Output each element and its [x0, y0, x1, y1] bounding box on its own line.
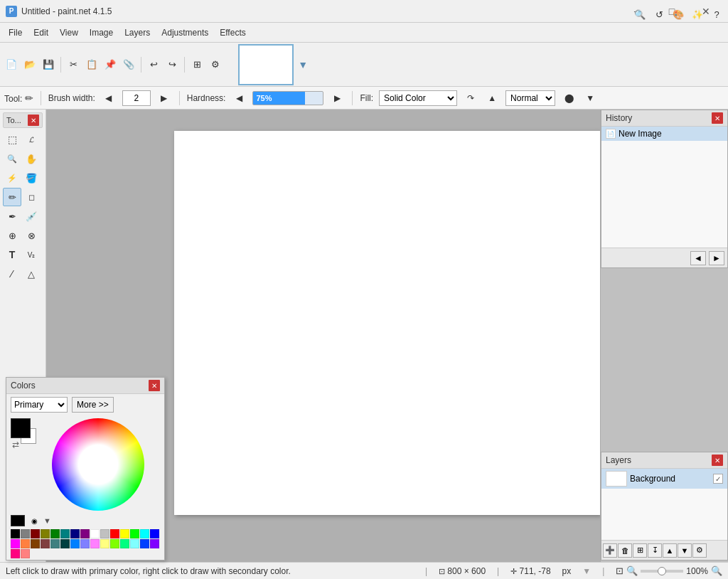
tool-recolor[interactable]: ⊗	[22, 226, 41, 245]
swap-colors-btn[interactable]: ⇄	[12, 440, 19, 450]
layer-delete-btn[interactable]: 🗑	[618, 543, 632, 558]
zoom-thumb[interactable]	[658, 567, 666, 575]
palette-swatch[interactable]	[130, 529, 139, 538]
hardness-dec[interactable]: ◀	[231, 90, 247, 106]
brush-width-input[interactable]: 2	[122, 90, 151, 106]
grid-button[interactable]: ⊞	[188, 56, 205, 73]
color-mode-dropdown[interactable]: Primary Secondary	[11, 397, 68, 413]
hardness-inc[interactable]: ▶	[329, 90, 345, 106]
history-item-new-image[interactable]: 📄 New Image	[601, 127, 727, 141]
palette-swatch[interactable]	[120, 539, 129, 548]
redo-button[interactable]: ↪	[164, 56, 181, 73]
layers-close-btn[interactable]: ✕	[712, 455, 723, 466]
color-wheel-container[interactable]	[52, 418, 144, 511]
tool-zoom[interactable]: 🔍	[3, 149, 21, 168]
layer-down-btn[interactable]: ▼	[678, 543, 692, 558]
tool-text[interactable]: T	[3, 245, 21, 264]
history-close-btn[interactable]: ✕	[712, 112, 723, 124]
toolbar-close-btn[interactable]: ✕	[28, 115, 39, 126]
tool-clone-stamp[interactable]: ⊕	[3, 226, 21, 245]
hardness-bar[interactable]: 75%	[252, 91, 323, 105]
new-button[interactable]: 📄	[3, 56, 20, 73]
color-wheel[interactable]	[52, 418, 144, 511]
tool-paint-bucket[interactable]: 🪣	[22, 169, 41, 187]
blend-mode-dropdown[interactable]: Normal Multiply Screen	[505, 90, 555, 106]
menu-effects[interactable]: Effects	[214, 26, 251, 40]
hex-color-swatch[interactable]	[11, 515, 25, 526]
tool-eraser[interactable]: ◻	[22, 188, 41, 206]
palette-swatch[interactable]	[80, 529, 90, 538]
zoom-in-icon[interactable]: 🔍	[711, 565, 722, 576]
palette-swatch[interactable]	[90, 539, 100, 548]
colors-close-btn[interactable]: ✕	[149, 380, 160, 391]
menu-view[interactable]: View	[54, 26, 84, 40]
palette-swatch[interactable]	[41, 539, 50, 548]
palette-swatch[interactable]	[140, 539, 149, 548]
palette-swatch[interactable]	[120, 529, 129, 538]
palette-swatch[interactable]	[70, 539, 80, 548]
palette-swatch[interactable]	[50, 529, 60, 538]
palette-swatch[interactable]	[110, 529, 119, 538]
tool-select-rect[interactable]: ⬚	[3, 130, 21, 149]
canvas-thumbnail[interactable]	[238, 44, 294, 85]
blend-color-btn[interactable]: ⬤	[561, 90, 577, 106]
menu-file[interactable]: File	[3, 26, 28, 40]
palette-swatch[interactable]	[21, 539, 30, 548]
tool-select-lasso[interactable]: 𝓛	[22, 130, 41, 149]
palette-swatch[interactable]	[31, 539, 40, 548]
palette-swatch[interactable]	[50, 539, 60, 548]
palette-swatch[interactable]	[21, 549, 30, 558]
palette-swatch[interactable]	[11, 539, 20, 548]
fill-alpha-btn[interactable]: ▲	[484, 90, 500, 106]
primary-color-swatch[interactable]	[11, 418, 31, 438]
rotate-button[interactable]: ↺	[651, 6, 668, 23]
copy-button[interactable]: 📋	[83, 56, 100, 73]
palette-swatch[interactable]	[31, 529, 40, 538]
save-button[interactable]: 💾	[40, 56, 57, 73]
canvas[interactable]	[174, 131, 600, 515]
tool-paintbrush[interactable]: ✏	[3, 188, 21, 206]
paste-button[interactable]: 📌	[102, 56, 119, 73]
layer-merge-btn[interactable]: ↧	[648, 543, 662, 558]
palette-swatch[interactable]	[130, 539, 139, 548]
undo-button[interactable]: ↩	[145, 56, 162, 73]
paste2-button[interactable]: 📎	[120, 56, 137, 73]
palette-swatch[interactable]	[11, 549, 20, 558]
layer-properties-btn[interactable]: ⚙	[692, 543, 707, 558]
tool-pan[interactable]: ✋	[22, 149, 41, 168]
colors-more-btn[interactable]: More >>	[72, 397, 114, 413]
zoom-out-icon[interactable]: 🔍	[626, 565, 638, 576]
palette-swatch[interactable]	[150, 529, 159, 538]
palette-swatch[interactable]	[80, 539, 90, 548]
menu-layers[interactable]: Layers	[119, 26, 156, 40]
tool-line[interactable]: ∕	[3, 265, 21, 283]
tool-shapes[interactable]: V₂	[22, 245, 41, 264]
palette-swatch[interactable]	[11, 529, 20, 538]
tool-magic-wand[interactable]: ⚡	[3, 169, 21, 187]
blend-options-btn[interactable]: ▼	[582, 90, 598, 106]
brush-width-inc[interactable]: ▶	[156, 90, 172, 106]
brush-width-dec[interactable]: ◀	[101, 90, 117, 106]
help-button[interactable]: ?	[708, 6, 725, 23]
layer-item-background[interactable]: Background ✓	[601, 469, 727, 489]
palette-swatch[interactable]	[70, 529, 80, 538]
zoom-slider[interactable]	[641, 570, 683, 573]
magnifier-button[interactable]: 🔍	[631, 6, 648, 23]
palette-swatch[interactable]	[60, 539, 70, 548]
open-button[interactable]: 📂	[21, 56, 38, 73]
palette-swatch[interactable]	[90, 529, 100, 538]
history-undo-btn[interactable]: ◄	[690, 251, 706, 265]
palette-swatch[interactable]	[41, 529, 50, 538]
fill-dropdown[interactable]: Solid Color Linear Gradient Radial Gradi…	[379, 90, 457, 106]
layer-visibility-check[interactable]: ✓	[713, 474, 723, 484]
palette-swatch[interactable]	[100, 539, 109, 548]
tool-color-picker[interactable]: 💉	[22, 207, 41, 225]
layer-add-btn[interactable]: ➕	[603, 543, 617, 558]
palette-swatch[interactable]	[150, 539, 159, 548]
tool-gradient[interactable]: △	[22, 265, 41, 283]
cut-button[interactable]: ✂	[65, 56, 82, 73]
palette-swatch[interactable]	[110, 539, 119, 548]
settings-button[interactable]: ⚙	[207, 56, 224, 73]
color-wheel-btn[interactable]: 🎨	[670, 6, 687, 23]
history-redo-btn[interactable]: ►	[709, 251, 724, 265]
